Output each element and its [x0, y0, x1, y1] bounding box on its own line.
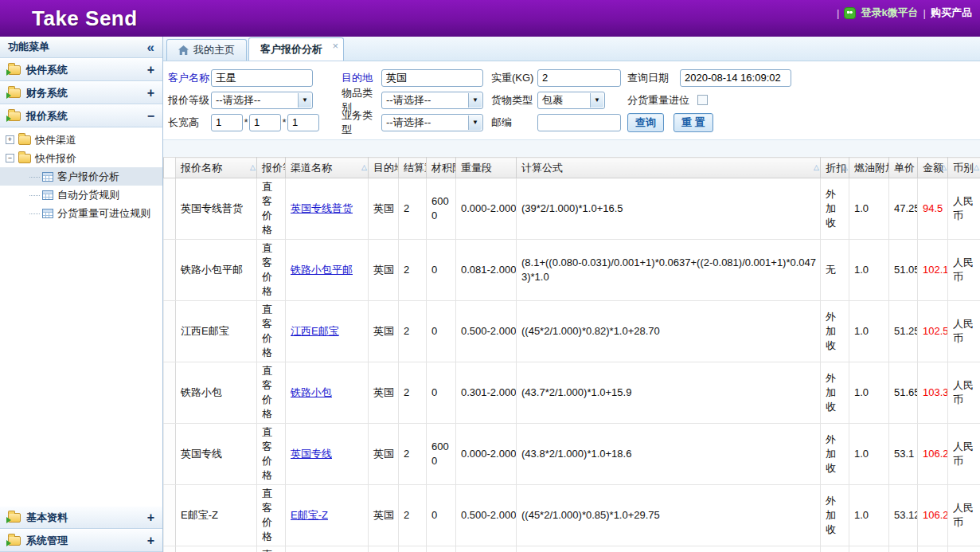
tab-0[interactable]: 我的主页 — [166, 39, 247, 61]
collapse-icon[interactable]: − — [6, 154, 14, 162]
discount-mode: 外加收 — [821, 362, 849, 424]
collapse-icon[interactable]: − — [147, 109, 154, 123]
buy-product-link[interactable]: 购买产品 — [931, 6, 972, 20]
table-row[interactable]: E邮宝-Z直客价格E邮宝-Z英国200.500-2.000((45*2/1.00… — [164, 485, 980, 546]
expand-icon[interactable]: + — [147, 534, 154, 548]
dimensions-label: 长宽高 — [168, 115, 211, 130]
sort-icon[interactable]: △ — [361, 163, 367, 171]
zipcode-input[interactable] — [537, 114, 621, 131]
sort-icon[interactable]: △ — [250, 163, 256, 171]
settle-weight: 2 — [399, 240, 427, 301]
tree-folder[interactable]: +快件渠道 — [0, 131, 162, 149]
tree-leaf[interactable]: 分货重量可进位规则 — [0, 204, 162, 222]
weight-range: 0.301-2.000 — [456, 362, 517, 424]
item-category-select[interactable]: --请选择--▼ — [381, 92, 483, 109]
sort-icon[interactable]: △ — [974, 163, 979, 171]
collapse-sidebar-icon[interactable]: « — [147, 41, 154, 54]
unit-price: 51.05 — [889, 240, 918, 301]
sort-icon[interactable]: △ — [941, 163, 947, 171]
quote-name: 铁路小包平邮 — [176, 240, 257, 301]
price-grade: 直客价格 — [257, 362, 286, 424]
tree-folder[interactable]: −快件报价 — [0, 149, 162, 167]
fuel-surcharge: 1.0 — [849, 546, 889, 552]
tab-label: 我的主页 — [193, 43, 235, 57]
expand-icon[interactable]: + — [6, 135, 14, 144]
price-grade: 直客价格 — [257, 240, 286, 301]
table-row[interactable]: 英国专线普货直客价格英国专线普货英国260000.000-2.000(39*2/… — [164, 178, 980, 240]
column-header-1[interactable]: 报价名称△ — [176, 158, 257, 178]
row-selector-cell — [164, 301, 176, 362]
actual-weight-input[interactable] — [537, 69, 621, 87]
carry-weight-checkbox[interactable] — [697, 95, 708, 105]
sidebar-section-1[interactable]: 财务系统+ — [0, 81, 162, 104]
tree-leaf[interactable]: 客户报价分析 — [0, 167, 162, 186]
height-input[interactable] — [287, 114, 319, 131]
cargo-type-select[interactable]: 包裹▼ — [537, 92, 605, 109]
channel-name[interactable]: E邮宝-Z — [286, 485, 369, 546]
weight-range: 0.000-2.000 — [456, 424, 517, 485]
channel-name[interactable]: 铁路小包平邮 — [286, 240, 369, 301]
column-header-6[interactable]: 材积除 — [427, 158, 456, 178]
unit-price: 51.25 — [889, 301, 918, 362]
login-wechat-link[interactable]: 登录k微平台 — [861, 6, 918, 20]
column-header-5[interactable]: 结算重量 — [399, 158, 427, 178]
folder-icon — [8, 65, 21, 75]
destination-input[interactable] — [381, 69, 483, 87]
sidebar-section-0[interactable]: 快件系统+ — [0, 58, 162, 81]
quote-grade-select[interactable]: --请选择--▼ — [211, 92, 313, 109]
tab-bar: 我的主页客户报价分析× — [163, 37, 980, 61]
sort-icon[interactable]: △ — [842, 163, 848, 171]
channel-name[interactable]: 英国专线 — [286, 424, 369, 485]
table-row[interactable]: 英国专线直客价格英国专线英国260000.000-2.000(43.8*2/1.… — [164, 424, 980, 485]
customer-name-input[interactable] — [211, 69, 313, 87]
reset-button[interactable]: 重 置 — [674, 113, 713, 132]
channel-name[interactable]: 荷兰平邮小包-E — [286, 546, 369, 552]
destination-label[interactable]: 目的地 — [342, 71, 381, 85]
sidebar-bottom-section-0[interactable]: 基本资料+ — [0, 506, 162, 529]
sidebar-bottom-section-1[interactable]: 系统管理+ — [0, 529, 162, 552]
folder-icon — [8, 88, 21, 98]
column-header-3[interactable]: 渠道名称△ — [286, 158, 369, 178]
column-header-11[interactable]: 单价 — [889, 158, 918, 178]
column-header-4[interactable]: 目的地 — [369, 158, 399, 178]
channel-name[interactable]: 铁路小包 — [286, 362, 369, 424]
column-header-8[interactable]: 计算公式△ — [517, 158, 821, 178]
tab-1[interactable]: 客户报价分析× — [248, 37, 344, 61]
destination: 英国 — [369, 178, 399, 240]
table-row[interactable]: 江西E邮宝直客价格江西E邮宝英国200.500-2.000((45*2/1.00… — [164, 301, 980, 362]
expand-icon[interactable]: + — [147, 511, 154, 525]
column-label: 单价 — [894, 162, 915, 174]
table-header-row: 报价名称△报价等级渠道名称△目的地结算重量材积除重量段计算公式△折扣△燃油附加单… — [164, 158, 980, 178]
length-input[interactable] — [211, 114, 243, 131]
table-row[interactable]: 荷兰平邮小包-E直客价格荷兰平邮小包-E英国200.000-2.000(48.0… — [164, 546, 980, 552]
tree-folder-label: 快件渠道 — [35, 133, 76, 147]
tree-leaf[interactable]: 自动分货规则 — [0, 186, 162, 204]
query-date-input[interactable] — [680, 69, 791, 87]
expand-icon[interactable]: + — [147, 63, 154, 77]
unit-price: 51.65 — [889, 362, 918, 424]
folder-icon — [18, 135, 31, 145]
column-header-7[interactable]: 重量段 — [456, 158, 517, 178]
close-icon[interactable]: × — [332, 40, 338, 52]
table-row[interactable]: 铁路小包平邮直客价格铁路小包平邮英国200.081-2.000(8.1+((0.… — [164, 240, 980, 301]
sort-icon[interactable]: △ — [814, 163, 819, 171]
search-button[interactable]: 查询 — [627, 113, 664, 132]
column-header-12[interactable]: 金额△ — [918, 158, 948, 178]
channel-name[interactable]: 江西E邮宝 — [286, 301, 369, 362]
column-header-9[interactable]: 折扣△ — [821, 158, 849, 178]
folder-icon — [8, 513, 21, 523]
business-type-select[interactable]: --请选择--▼ — [381, 114, 483, 131]
channel-name[interactable]: 英国专线普货 — [286, 178, 369, 240]
column-label: 燃油附加 — [854, 162, 889, 174]
results-grid: 报价名称△报价等级渠道名称△目的地结算重量材积除重量段计算公式△折扣△燃油附加单… — [163, 157, 980, 552]
row-selector-cell — [164, 546, 176, 552]
customer-name-label[interactable]: 客户名称 — [168, 71, 211, 85]
column-header-13[interactable]: 币别△ — [948, 158, 980, 178]
settle-weight: 2 — [399, 424, 427, 485]
column-header-2[interactable]: 报价等级 — [257, 158, 286, 178]
sidebar-section-2[interactable]: 报价系统− — [0, 104, 162, 127]
width-input[interactable] — [249, 114, 281, 131]
table-row[interactable]: 铁路小包直客价格铁路小包英国200.301-2.000(43.7*2/1.000… — [164, 362, 980, 424]
expand-icon[interactable]: + — [147, 86, 154, 100]
column-header-10[interactable]: 燃油附加 — [849, 158, 889, 178]
